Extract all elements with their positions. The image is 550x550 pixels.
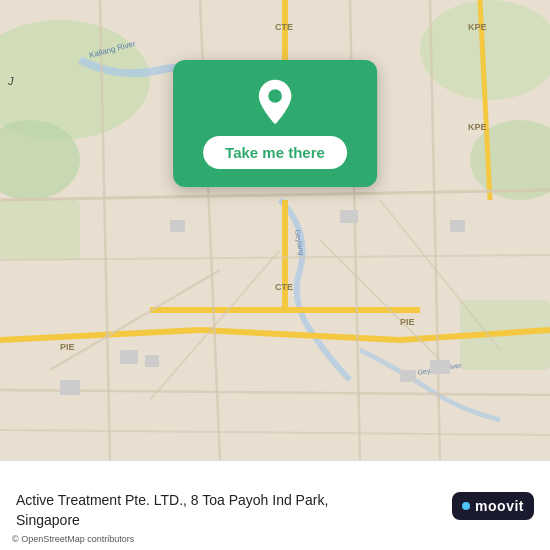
moovit-dot-icon	[462, 502, 470, 510]
svg-text:KPE: KPE	[468, 22, 487, 32]
location-card: Take me there	[173, 60, 377, 187]
svg-rect-37	[145, 355, 159, 367]
moovit-logo: moovit	[452, 492, 534, 520]
svg-text:CTE: CTE	[275, 282, 293, 292]
business-info: © OpenStreetMap contributors Active Trea…	[16, 481, 452, 530]
svg-rect-40	[430, 360, 450, 374]
svg-text:CTE: CTE	[275, 22, 293, 32]
svg-text:PIE: PIE	[400, 317, 415, 327]
svg-rect-39	[400, 370, 416, 382]
location-pin-icon	[251, 78, 299, 126]
take-me-there-button[interactable]: Take me there	[203, 136, 347, 169]
moovit-label: moovit	[475, 498, 524, 514]
svg-text:J: J	[7, 75, 14, 87]
osm-attribution: © OpenStreetMap contributors	[12, 534, 134, 544]
svg-rect-42	[340, 210, 358, 223]
svg-rect-43	[450, 220, 465, 232]
svg-text:PIE: PIE	[60, 342, 75, 352]
svg-rect-36	[120, 350, 138, 364]
svg-rect-38	[60, 380, 80, 395]
business-name-text: Active Treatment Pte. LTD., 8 Toa Payoh …	[16, 491, 452, 530]
svg-rect-3	[0, 200, 80, 260]
svg-rect-41	[170, 220, 185, 232]
svg-point-44	[268, 89, 282, 103]
svg-text:KPE: KPE	[468, 122, 487, 132]
map-view: CTE CTE PIE PIE KPE KPE Kallang River Ge…	[0, 0, 550, 460]
bottom-info-bar: © OpenStreetMap contributors Active Trea…	[0, 460, 550, 550]
